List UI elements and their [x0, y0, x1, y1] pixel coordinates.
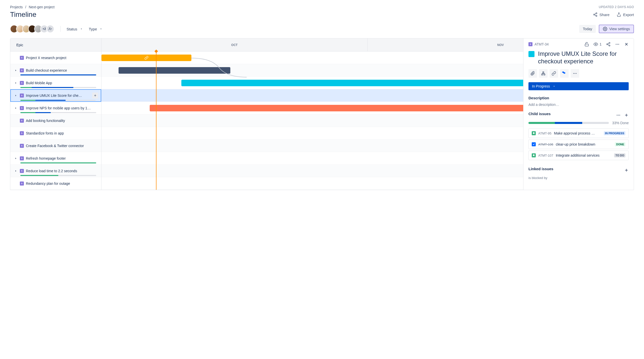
- today-line: [156, 52, 156, 190]
- svg-point-13: [607, 44, 608, 45]
- eye-icon: [594, 42, 598, 47]
- epic-icon: [20, 156, 24, 160]
- add-child-button[interactable]: +: [92, 93, 98, 99]
- issue-summary: Make approval process …: [554, 131, 601, 135]
- epic-row[interactable]: Reduce load time to 2.2 seconds: [10, 165, 101, 177]
- epic-row[interactable]: Improve UMUX Lite Score for che…+: [10, 89, 101, 102]
- issue-key: ATMT-106: [538, 143, 553, 146]
- svg-point-29: [573, 73, 574, 74]
- epic-name: Project X research project: [26, 56, 98, 60]
- svg-point-1: [594, 14, 595, 15]
- chevron-down-icon: [99, 27, 102, 30]
- chevron-down-icon: [80, 27, 83, 30]
- epic-icon: [20, 119, 24, 123]
- status-badge: DONE: [615, 142, 625, 146]
- svg-point-30: [575, 73, 575, 74]
- add-child-button[interactable]: [539, 69, 548, 78]
- progress-bar: [20, 87, 96, 88]
- status-filter[interactable]: Status: [67, 27, 83, 31]
- svg-point-18: [617, 44, 618, 45]
- more-icon[interactable]: [615, 42, 620, 47]
- svg-point-11: [595, 44, 597, 45]
- issue-type-icon: [532, 153, 536, 157]
- attachment-icon: [530, 71, 535, 76]
- expand-icon[interactable]: [14, 82, 18, 84]
- divider: [60, 26, 61, 32]
- epic-name: Create Facebook & Twitter connector: [26, 144, 98, 148]
- expand-icon[interactable]: [14, 170, 18, 172]
- epic-row[interactable]: Redundancy plan for outage: [10, 177, 101, 190]
- share-button[interactable]: Share: [593, 12, 610, 17]
- epic-row[interactable]: Create Facebook & Twitter connector: [10, 140, 101, 152]
- epic-row[interactable]: Standardize fonts in app: [10, 127, 101, 140]
- svg-line-16: [608, 43, 609, 44]
- add-people-button[interactable]: [46, 25, 54, 33]
- epic-row[interactable]: Improve NPS for mobile app users by 1…: [10, 102, 101, 114]
- breadcrumb-separator: /: [25, 5, 26, 9]
- epic-row[interactable]: Add booking functionality: [10, 114, 101, 127]
- watchers-button[interactable]: 1: [594, 42, 602, 47]
- attach-button[interactable]: [528, 69, 537, 78]
- export-button[interactable]: Export: [617, 12, 634, 17]
- link-button[interactable]: [550, 69, 558, 78]
- issue-detail-panel: ATMT-34 1 Improve UMUX Lite Score for ch…: [523, 38, 634, 190]
- epic-icon: [20, 68, 24, 72]
- description-label: Description: [528, 96, 629, 100]
- child-issue-item[interactable]: ATMT-106clear-up price breakdownDONE: [528, 140, 629, 149]
- status-badge: TO DO: [614, 153, 625, 157]
- svg-point-0: [596, 13, 597, 14]
- month-header: OCT: [101, 38, 368, 51]
- done-percentage: 33% Done: [612, 121, 629, 125]
- plus-icon[interactable]: [624, 168, 629, 172]
- breadcrumb-project[interactable]: Next-gen project: [29, 5, 55, 9]
- add-person-icon: [48, 27, 52, 31]
- svg-point-12: [609, 42, 610, 44]
- gantt-bar[interactable]: [101, 55, 191, 61]
- child-issue-item[interactable]: ATMT-95Make approval process …IN PROGRES…: [528, 128, 629, 138]
- epic-icon: [20, 94, 24, 98]
- issue-key[interactable]: ATMT-34: [528, 42, 549, 46]
- more-actions-button[interactable]: [571, 69, 579, 78]
- gear-icon: [603, 27, 607, 31]
- issue-title[interactable]: Improve UMUX Lite Score for checkout exp…: [538, 50, 629, 65]
- progress-bar: [20, 112, 96, 113]
- epic-icon: [20, 81, 24, 85]
- link-icon: [144, 56, 148, 60]
- type-filter[interactable]: Type: [89, 27, 103, 31]
- plus-icon[interactable]: [624, 113, 629, 117]
- svg-line-4: [595, 14, 596, 14]
- progress-bar: [20, 74, 96, 75]
- svg-point-19: [618, 44, 619, 45]
- child-issue-item[interactable]: ATMT-107Integrate additional servicesTO …: [528, 151, 629, 160]
- progress-bar: [20, 162, 96, 163]
- dropbox-button[interactable]: [560, 69, 569, 78]
- close-icon[interactable]: [624, 42, 629, 47]
- status-dropdown[interactable]: In Progress: [528, 82, 629, 90]
- breadcrumb-projects[interactable]: Projects: [10, 5, 23, 9]
- epic-color[interactable]: [528, 51, 534, 57]
- expand-icon[interactable]: [14, 107, 18, 109]
- epic-row[interactable]: Build checkout experience: [10, 64, 101, 77]
- issue-summary: Integrate additional services: [556, 153, 612, 157]
- epic-row[interactable]: Project X research project: [10, 52, 101, 64]
- breadcrumb: Projects / Next-gen project: [10, 5, 55, 9]
- share-icon[interactable]: [606, 42, 611, 47]
- svg-point-9: [605, 28, 606, 30]
- description-field[interactable]: Add a description…: [528, 103, 629, 107]
- view-settings-button[interactable]: View settings: [599, 25, 634, 33]
- epic-name: Refresh homepage footer: [26, 156, 98, 160]
- more-icon[interactable]: [616, 113, 621, 117]
- epic-row[interactable]: Build Mobile App: [10, 77, 101, 89]
- issue-summary: clear-up price breakdown: [556, 142, 613, 146]
- issue-key: ATMT-107: [538, 154, 553, 157]
- today-button[interactable]: Today: [579, 25, 596, 33]
- svg-line-3: [595, 15, 596, 16]
- expand-icon[interactable]: [14, 94, 18, 97]
- epic-row[interactable]: Refresh homepage footer: [10, 152, 101, 165]
- link-icon: [552, 71, 556, 76]
- epic-icon: [20, 131, 24, 135]
- avatar-group: +2: [10, 25, 54, 33]
- unlock-icon[interactable]: [584, 42, 589, 47]
- expand-icon[interactable]: [14, 157, 18, 160]
- expand-icon[interactable]: [14, 69, 18, 72]
